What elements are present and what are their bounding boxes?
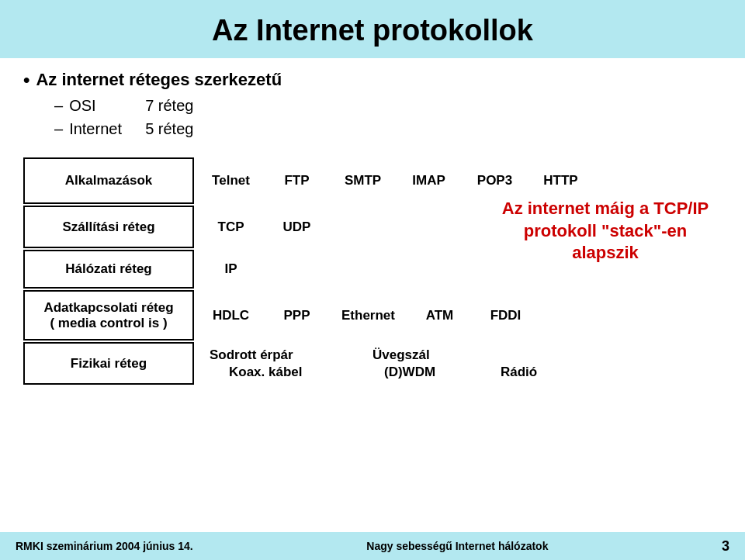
layer-fizikai: Fizikai réteg [23,342,194,385]
sub-bullets: OSI 7 réteg Internet 5 réteg [54,94,722,140]
proto-sodrott: Sodrott érpár [210,347,310,363]
proto-ethernet: Ethernet [341,308,395,323]
proto-ip: IP [210,261,252,277]
header: Az Internet protokollok [0,0,745,58]
layer-names-column: Alkalmazások Szállítási réteg Hálózati r… [23,157,194,385]
proto-radio: Rádió [501,365,547,380]
protocols-area: Telnet FTP SMTP IMAP POP3 HTTP TCP UDP A… [194,157,722,385]
proto-pop3: POP3 [473,173,516,188]
proto-fddi: FDDI [484,308,527,323]
proto-dwdm: (D)WDM [384,365,446,380]
bullet-main: Az internet réteges szerkezetű [23,69,722,91]
layer-adatkapcsolati: Adatkapcsolati réteg ( media control is … [23,290,194,340]
proto-tcp: TCP [210,220,252,235]
physical-line1: Sodrott érpár Üvegszál [210,347,547,363]
intro-section: Az internet réteges szerkezetű OSI 7 rét… [23,69,722,140]
proto-uvegszal: Üvegszál [372,347,435,363]
app-protocol-row: Telnet FTP SMTP IMAP POP3 HTTP [210,157,722,204]
proto-atm: ATM [418,308,461,323]
layer-alkalmazasok: Alkalmazások [23,157,194,204]
physical-inner: Sodrott érpár Üvegszál Koax. kábel (D)WD… [210,347,547,380]
proto-hdlc: HDLC [210,308,252,323]
layer-halozati: Hálózati réteg [23,250,194,289]
transport-protocol-row: TCP UDP Az internet máig a TCP/IP protok… [210,206,722,248]
footer-right: 3 [722,538,729,555]
sub-bullet-osi: OSI 7 réteg [54,94,722,117]
physical-line2: Koax. kábel (D)WDM Rádió [210,365,547,380]
page-title: Az Internet protokollok [8,14,737,47]
protocol-table: Alkalmazások Szállítási réteg Hálózati r… [23,157,722,385]
proto-ppp: PPP [275,308,318,323]
sub-bullet-internet: Internet 5 réteg [54,117,722,140]
proto-udp: UDP [275,220,318,235]
annotation-text: Az internet máig a TCP/IP protokoll "sta… [489,198,722,264]
proto-ftp: FTP [275,173,318,188]
datalink-protocol-row: HDLC PPP Ethernet ATM FDDI [210,290,722,340]
proto-telnet: Telnet [210,173,252,188]
layer-szallitasi: Szállítási réteg [23,206,194,248]
footer: RMKI szeminárium 2004 június 14. Nagy se… [0,532,745,560]
main-content: Az internet réteges szerkezetű OSI 7 rét… [0,58,745,385]
proto-imap: IMAP [407,173,450,188]
proto-http: HTTP [539,173,582,188]
proto-smtp: SMTP [341,173,384,188]
proto-koax: Koax. kábel [229,365,307,380]
physical-protocol-row: Sodrott érpár Üvegszál Koax. kábel (D)WD… [210,342,722,385]
footer-left: RMKI szeminárium 2004 június 14. [16,540,193,552]
footer-center: Nagy sebességű Internet hálózatok [366,540,548,552]
